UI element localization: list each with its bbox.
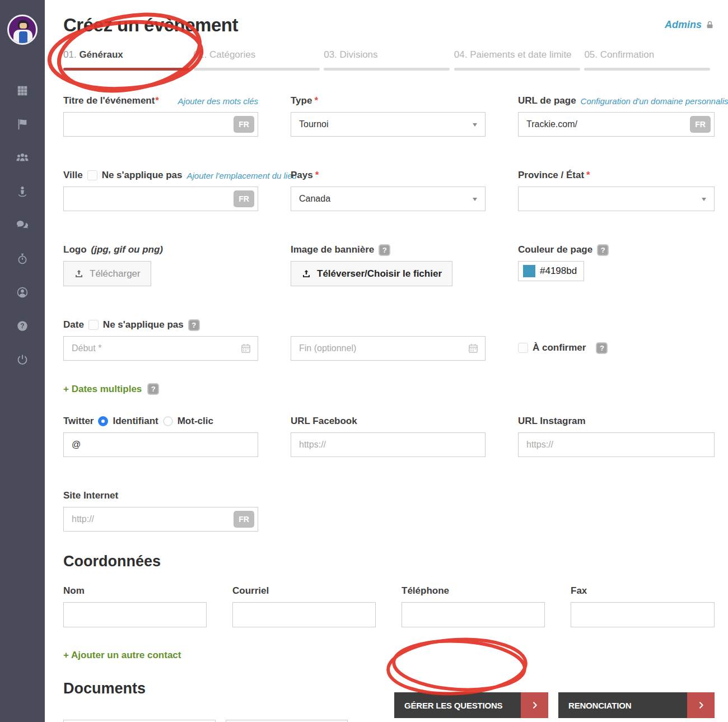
site-input[interactable] (63, 507, 258, 532)
date-na-checkbox[interactable] (88, 320, 99, 330)
chevron-down-icon (473, 123, 477, 127)
domaine-personnalise-link[interactable]: Configuration d'un domaine personnalisé (581, 96, 728, 106)
emplacement-lieu-link[interactable]: Ajouter l'emplacement du lieu (187, 171, 297, 180)
tab-generaux[interactable]: 01. Généraux (63, 49, 194, 71)
field-twitter: Twitter Identifiant Mot-clic (63, 415, 258, 457)
twitter-input[interactable] (63, 432, 258, 457)
field-titre: Titre de l'événement * Ajouter des mots … (63, 95, 258, 137)
page-title: Créez un évènement (63, 15, 238, 36)
renonciation-button[interactable]: RENONCIATION (558, 692, 715, 718)
fr-badge[interactable]: FR (690, 116, 711, 133)
field-ville: Ville Ne s'applique pas Ajouter l'emplac… (63, 169, 258, 211)
couleur-picker[interactable]: #4198bd (518, 261, 584, 281)
twitter-identifiant-radio[interactable] (98, 416, 108, 426)
location-person-icon[interactable] (16, 185, 29, 198)
avatar[interactable] (7, 15, 38, 45)
field-province: Province / État * (518, 169, 715, 211)
flag-icon[interactable] (16, 118, 29, 131)
field-logo: Logo (jpg, gif ou png) Télécharger (63, 244, 258, 286)
field-instagram: URL Instagram (518, 415, 715, 457)
upload-icon (301, 269, 311, 279)
tab-underline (454, 68, 580, 71)
action-buttons: GÉRER LES QUESTIONS RENONCIATION ACHATS … (394, 692, 715, 722)
calendar-icon[interactable] (468, 343, 479, 356)
banniere-upload-button[interactable]: Téléverser/Choisir le fichier (291, 261, 452, 286)
date-help-icon[interactable]: ? (188, 319, 200, 331)
upload-icon (74, 269, 84, 279)
users-group-icon[interactable] (16, 151, 29, 165)
stopwatch-icon[interactable] (16, 252, 29, 265)
main-content: Créez un évènement Admins 01. Généraux 0… (45, 0, 728, 722)
chevron-down-icon (473, 198, 477, 201)
field-facebook: URL Facebook (291, 415, 486, 457)
color-swatch (523, 265, 535, 277)
fax-input[interactable] (571, 602, 715, 627)
help-icon[interactable]: ? (16, 319, 29, 333)
field-telephone: Téléphone (402, 585, 545, 627)
type-select[interactable]: Tournoi (291, 112, 486, 137)
coordonnees-heading: Coordonnées (63, 553, 715, 570)
dates-multiples-link[interactable]: + Dates multiples (63, 384, 142, 395)
apps-grid-icon[interactable] (16, 84, 29, 97)
tab-categories[interactable]: 02. Catégories (194, 49, 324, 71)
a-confirmer-help-icon[interactable]: ? (596, 342, 608, 354)
admins-label: Admins (665, 19, 702, 31)
lock-icon (705, 20, 715, 30)
field-couleur: Couleur de page ? #4198bd (518, 244, 715, 286)
tab-paiements[interactable]: 04. Paiements et date limite (454, 49, 585, 71)
chat-bubbles-icon[interactable] (16, 218, 29, 232)
courriel-input[interactable] (232, 602, 376, 627)
url-page-input[interactable] (518, 112, 715, 137)
tab-confirmation[interactable]: 05. Confirmation (584, 49, 715, 71)
dates-multiples-help-icon[interactable]: ? (147, 383, 159, 395)
titre-input[interactable] (63, 112, 258, 137)
ville-na-checkbox[interactable] (87, 170, 97, 180)
field-a-confirmer: À confirmer ? (518, 319, 715, 361)
document-lien-button[interactable]: Lien vers le fichier/URL (226, 720, 348, 722)
field-courriel: Courriel (232, 585, 376, 627)
user-profile-icon[interactable] (16, 286, 29, 299)
power-icon[interactable] (16, 353, 29, 366)
tab-underline (324, 68, 450, 71)
svg-text:?: ? (20, 322, 24, 330)
field-site: Site Internet FR (63, 490, 258, 532)
ajouter-mots-cles-link[interactable]: Ajouter des mots clés (178, 96, 258, 106)
logo-upload-button[interactable]: Télécharger (63, 261, 151, 286)
twitter-motclic-radio[interactable] (163, 416, 173, 426)
tab-underline (63, 68, 189, 71)
date-fin-input[interactable] (291, 336, 486, 361)
field-nom: Nom (63, 585, 207, 627)
ville-input[interactable] (63, 187, 258, 211)
tab-underline (194, 68, 320, 71)
chevron-right-icon (687, 692, 715, 718)
nom-input[interactable] (63, 602, 207, 627)
fr-badge[interactable]: FR (234, 511, 254, 528)
field-url-page: URL de page Configuration d'un domaine p… (518, 95, 715, 137)
pays-select[interactable]: Canada (291, 187, 486, 211)
field-date-debut: Date Ne s'applique pas ? (63, 319, 258, 361)
tab-divisions[interactable]: 03. Divisions (324, 49, 454, 71)
chevron-right-icon (521, 692, 548, 718)
document-nom-input[interactable] (63, 720, 216, 722)
gerer-les-questions-button[interactable]: GÉRER LES QUESTIONS (394, 692, 548, 718)
couleur-help-icon[interactable]: ? (597, 244, 609, 256)
field-pays: Pays * Canada (291, 169, 486, 211)
tab-underline (584, 68, 710, 71)
instagram-input[interactable] (518, 432, 715, 457)
step-tabs: 01. Généraux 02. Catégories 03. Division… (63, 49, 715, 71)
province-select[interactable] (518, 187, 715, 211)
fr-badge[interactable]: FR (234, 190, 254, 207)
field-banniere: Image de bannière ? Téléverser/Choisir l… (291, 244, 486, 286)
date-debut-input[interactable] (63, 336, 258, 361)
telephone-input[interactable] (402, 602, 545, 627)
field-date-fin (291, 319, 486, 361)
banniere-help-icon[interactable]: ? (379, 244, 390, 256)
fr-badge[interactable]: FR (234, 116, 254, 133)
a-confirmer-checkbox[interactable] (518, 343, 528, 353)
chevron-down-icon (702, 198, 706, 201)
admins-link[interactable]: Admins (665, 19, 715, 31)
calendar-icon[interactable] (240, 343, 251, 356)
facebook-input[interactable] (291, 432, 486, 457)
ajouter-contact-link[interactable]: + Ajouter un autre contact (63, 650, 181, 660)
field-type: Type * Tournoi (291, 95, 486, 137)
